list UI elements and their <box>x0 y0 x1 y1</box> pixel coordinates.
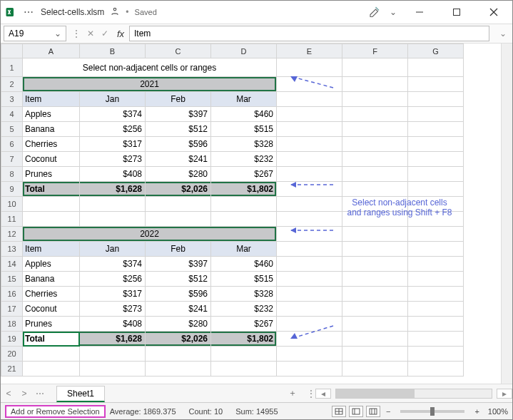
row-header[interactable]: 9 <box>1 182 23 197</box>
cell[interactable]: $374 <box>80 257 146 272</box>
col-header[interactable]: A <box>23 44 80 58</box>
row-header[interactable]: 7 <box>1 152 23 167</box>
normal-view-button[interactable] <box>332 406 346 417</box>
zoom-thumb[interactable] <box>430 407 435 416</box>
cell[interactable]: Banana <box>23 122 80 137</box>
cell[interactable]: $280 <box>146 317 211 332</box>
name-box-menu[interactable]: ⋮ <box>69 29 83 39</box>
row-header[interactable]: 6 <box>1 137 23 152</box>
row-header[interactable]: 21 <box>1 362 23 377</box>
cell[interactable]: Cherries <box>23 137 80 152</box>
formula-expand-icon[interactable]: ⌄ <box>494 29 512 39</box>
cell[interactable]: Cherries <box>23 287 80 302</box>
cell[interactable]: $256 <box>80 122 146 137</box>
row-header[interactable]: 14 <box>1 257 23 272</box>
row-header[interactable]: 16 <box>1 287 23 302</box>
cell[interactable]: $408 <box>80 317 146 332</box>
col-header[interactable]: G <box>408 44 464 58</box>
cell[interactable]: Prunes <box>23 167 80 182</box>
cell[interactable]: $267 <box>211 317 277 332</box>
tab-prev-button[interactable]: < <box>1 389 16 399</box>
col-header[interactable]: F <box>342 44 408 58</box>
cell[interactable]: $256 <box>80 272 146 287</box>
scrollbar-thumb[interactable] <box>336 389 415 398</box>
cell[interactable]: $241 <box>146 152 211 167</box>
row-header[interactable]: 8 <box>1 167 23 182</box>
row-header[interactable]: 15 <box>1 272 23 287</box>
col-item-header[interactable]: Item <box>23 92 80 107</box>
row-header[interactable]: 10 <box>1 197 23 212</box>
select-all-corner[interactable] <box>1 44 23 58</box>
zoom-slider[interactable] <box>400 410 464 413</box>
name-box[interactable]: A19 ⌄ <box>4 26 66 41</box>
page-layout-view-button[interactable] <box>349 406 363 417</box>
month-header[interactable]: Jan <box>80 92 146 107</box>
tab-next-button[interactable]: > <box>16 389 32 399</box>
fx-icon[interactable]: fx <box>112 29 129 39</box>
page-break-view-button[interactable] <box>366 406 380 417</box>
cell[interactable]: Coconut <box>23 152 80 167</box>
horizontal-scrollbar[interactable] <box>335 389 492 399</box>
row-header[interactable]: 19 <box>1 332 23 347</box>
cell[interactable]: $512 <box>146 272 211 287</box>
col-header[interactable]: B <box>80 44 146 58</box>
cell[interactable]: $328 <box>211 137 277 152</box>
row-header[interactable]: 17 <box>1 302 23 317</box>
tab-list-button[interactable]: ⋯ <box>32 389 48 399</box>
cell[interactable]: $460 <box>211 107 277 122</box>
sheet-title[interactable]: Select non-adjacent cells or ranges <box>23 58 277 77</box>
cell[interactable]: $273 <box>80 152 146 167</box>
maximize-button[interactable] <box>442 2 471 22</box>
month-header[interactable]: Jan <box>80 242 146 257</box>
row-header[interactable]: 18 <box>1 317 23 332</box>
quick-access-menu[interactable]: ⋯ <box>24 6 35 18</box>
formula-input[interactable]: Item <box>129 26 489 41</box>
cell[interactable]: $232 <box>211 152 277 167</box>
add-sheet-button[interactable]: ＋ <box>283 387 303 399</box>
cell[interactable]: $1,628 <box>80 182 146 197</box>
hscroll-left-button[interactable]: ◂ <box>315 389 331 399</box>
cell[interactable]: $515 <box>211 272 277 287</box>
col-header[interactable]: D <box>211 44 277 58</box>
row-header[interactable]: 20 <box>1 347 23 362</box>
cell[interactable]: Apples <box>23 107 80 122</box>
cell[interactable]: $1,802 <box>211 182 277 197</box>
coauthor-icon[interactable] <box>368 5 381 20</box>
cell[interactable]: $1,628 <box>80 332 146 347</box>
cell[interactable]: $515 <box>211 122 277 137</box>
col-header[interactable]: C <box>146 44 211 58</box>
year-header[interactable]: 2021 <box>23 77 277 92</box>
month-header[interactable]: Feb <box>146 92 211 107</box>
cell[interactable]: Prunes <box>23 317 80 332</box>
cell[interactable]: $241 <box>146 302 211 317</box>
cell[interactable]: $232 <box>211 302 277 317</box>
row-header[interactable]: 4 <box>1 107 23 122</box>
cell[interactable]: $460 <box>211 257 277 272</box>
column-headers[interactable]: A B C D E F G <box>1 44 464 58</box>
cell[interactable]: $317 <box>80 137 146 152</box>
month-header[interactable]: Feb <box>146 242 211 257</box>
row-header[interactable]: 13 <box>1 242 23 257</box>
month-header[interactable]: Mar <box>211 242 277 257</box>
row-header[interactable]: 3 <box>1 92 23 107</box>
cell[interactable]: $408 <box>80 167 146 182</box>
tab-sheet1[interactable]: Sheet1 <box>56 386 105 402</box>
filename[interactable]: Select-cells.xlsm <box>41 7 104 17</box>
cancel-formula-button[interactable]: ✕ <box>83 29 98 39</box>
col-item-header[interactable]: Item <box>23 242 80 257</box>
year-header[interactable]: 2022 <box>23 227 277 242</box>
zoom-in-button[interactable]: + <box>470 407 483 416</box>
zoom-out-button[interactable]: − <box>382 407 395 416</box>
hscroll-right-button[interactable]: ▸ <box>497 389 512 399</box>
row-header[interactable]: 2 <box>1 77 23 92</box>
share-icon[interactable] <box>110 6 120 19</box>
cell[interactable]: $397 <box>146 257 211 272</box>
col-header[interactable]: E <box>277 44 342 58</box>
cell[interactable]: Banana <box>23 272 80 287</box>
cell[interactable]: $280 <box>146 167 211 182</box>
month-header[interactable]: Mar <box>211 92 277 107</box>
cell[interactable]: $374 <box>80 107 146 122</box>
close-button[interactable] <box>479 2 508 22</box>
ribbon-chevron-icon[interactable]: ⌄ <box>390 7 397 17</box>
cell[interactable]: $273 <box>80 302 146 317</box>
